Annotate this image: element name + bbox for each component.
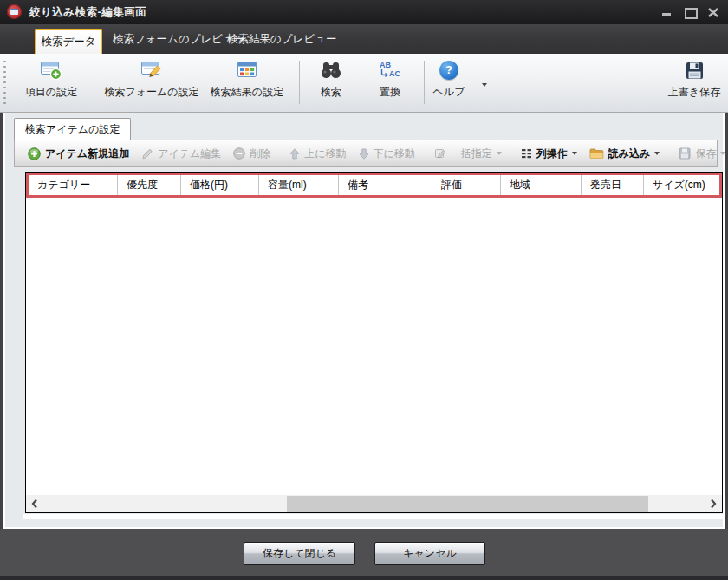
edit-item-button[interactable]: アイテム編集 — [135, 147, 227, 161]
columns-icon — [521, 148, 532, 159]
replace-icon-text-bottom: AC — [389, 70, 400, 78]
column-ops-label: 列操作 — [536, 147, 568, 161]
table-result-icon — [236, 57, 258, 83]
search-form-settings-label: 検索フォームの設定 — [104, 85, 198, 100]
pencil-icon — [141, 147, 153, 160]
table-add-icon — [40, 57, 62, 83]
remove-circle-icon — [233, 147, 245, 160]
move-up-button[interactable]: 上に移動 — [283, 147, 352, 161]
delete-item-label: 削除 — [250, 147, 270, 161]
tab-search-item-settings[interactable]: 検索アイテムの設定 — [14, 118, 131, 140]
arrow-up-icon — [289, 148, 300, 160]
chevron-down-icon — [497, 152, 502, 155]
app-window: 絞り込み検索-編集画面 検索データ 検索フォームのプレビュー 検索結果のプレビュ… — [0, 0, 728, 580]
app-icon — [7, 4, 22, 19]
batch-set-button[interactable]: 一括指定 — [428, 147, 508, 161]
drag-handle-icon — [3, 59, 7, 106]
main-tab-strip: 検索データ 検索フォームのプレビュー 検索結果のプレビュー — [0, 24, 728, 54]
move-up-label: 上に移動 — [304, 147, 346, 161]
load-label: 読み込み — [608, 147, 651, 161]
column-header[interactable]: サイズ(cm) — [644, 175, 719, 195]
horizontal-scrollbar[interactable] — [26, 495, 722, 512]
search-form-settings-button[interactable]: 検索フォームの設定 — [100, 57, 204, 108]
column-header[interactable]: 優先度 — [118, 175, 181, 195]
window-bottom-border — [0, 576, 728, 580]
delete-item-button[interactable]: 削除 — [227, 147, 276, 161]
item-settings-button[interactable]: 項目の設定 — [16, 57, 86, 108]
replace-arrow-icon — [380, 69, 389, 79]
scrollbar-thumb[interactable] — [287, 496, 648, 512]
add-circle-icon — [28, 147, 41, 160]
column-header[interactable]: 備考 — [339, 175, 432, 195]
save-icon — [685, 57, 705, 83]
edit-item-label: アイテム編集 — [158, 147, 221, 161]
tab-search-result-preview[interactable]: 検索結果のプレビュー — [227, 24, 336, 54]
table-edit-icon — [140, 57, 163, 83]
floppy-disabled-icon — [679, 147, 691, 160]
scroll-left-icon[interactable] — [30, 498, 39, 510]
ribbon-separator — [299, 61, 300, 104]
load-button[interactable]: 読み込み — [583, 147, 666, 161]
search-item-table: カテゴリー 優先度 価格(円) 容量(ml) 備考 評価 地域 発売日 サイズ(… — [25, 172, 723, 513]
column-header[interactable]: 地域 — [501, 175, 582, 195]
add-item-button[interactable]: アイテム新規追加 — [22, 147, 135, 161]
item-settings-label: 項目の設定 — [25, 85, 77, 100]
replace-button[interactable]: AB AC 置換 — [370, 57, 410, 108]
chevron-down-icon[interactable] — [572, 152, 577, 155]
search-label: 検索 — [321, 85, 341, 100]
tab-search-data[interactable]: 検索データ — [35, 29, 102, 54]
scroll-right-icon[interactable] — [709, 498, 718, 510]
ribbon-toolbar: 項目の設定 検索フォームの設定 — [0, 54, 728, 113]
move-down-label: 下に移動 — [374, 147, 415, 161]
folder-icon — [589, 147, 604, 160]
panel-bottom-strip — [23, 514, 725, 519]
column-header[interactable]: 評価 — [432, 175, 501, 195]
column-header[interactable]: 価格(円) — [181, 175, 259, 195]
replace-icon-text-top: AB — [380, 62, 400, 69]
minimize-icon[interactable] — [659, 4, 674, 20]
help-label: ヘルプ — [433, 85, 465, 100]
column-ops-button[interactable]: 列操作 — [515, 147, 583, 161]
maximize-icon[interactable] — [682, 4, 698, 20]
cancel-button[interactable]: キャンセル — [374, 542, 485, 565]
overwrite-save-label: 上書き保存 — [668, 85, 720, 100]
replace-label: 置換 — [380, 85, 400, 100]
column-header[interactable]: 発売日 — [582, 175, 644, 195]
item-toolbar: アイテム新規追加 アイテム編集 削除 上に移動 — [14, 140, 718, 167]
arrow-down-icon — [359, 148, 369, 160]
chevron-down-icon[interactable] — [482, 83, 487, 87]
binoculars-icon — [320, 57, 342, 83]
tab-search-form-preview[interactable]: 検索フォームのプレビュー — [113, 24, 244, 54]
replace-icon: AB AC — [380, 57, 400, 83]
overwrite-save-button[interactable]: 上書き保存 — [665, 57, 724, 108]
search-result-settings-button[interactable]: 検索結果の設定 — [204, 57, 290, 108]
chevron-down-icon — [720, 152, 725, 155]
add-item-label: アイテム新規追加 — [45, 147, 129, 161]
title-bar: 絞り込み検索-編集画面 — [0, 0, 728, 24]
column-header[interactable]: 容量(ml) — [259, 175, 339, 195]
chevron-down-icon[interactable] — [654, 152, 660, 155]
help-icon: ? — [439, 61, 458, 80]
search-button[interactable]: 検索 — [307, 57, 355, 108]
save-list-label: 保存 — [695, 147, 716, 161]
close-icon[interactable] — [705, 4, 721, 20]
content-panel: 検索アイテムの設定 アイテム新規追加 アイテム編集 — [3, 113, 725, 529]
column-header[interactable]: カテゴリー — [29, 175, 118, 195]
save-and-close-button[interactable]: 保存して閉じる — [244, 542, 355, 565]
table-header-row-highlighted: カテゴリー 優先度 価格(円) 容量(ml) 備考 評価 地域 発売日 サイズ(… — [26, 173, 722, 198]
window-title: 絞り込み検索-編集画面 — [29, 0, 146, 24]
help-button[interactable]: ? ヘルプ — [425, 57, 473, 108]
search-result-settings-label: 検索結果の設定 — [211, 85, 283, 100]
batch-pencil-icon — [434, 147, 446, 160]
footer-bar: 保存して閉じる キャンセル — [0, 529, 728, 577]
move-down-button[interactable]: 下に移動 — [353, 147, 421, 161]
batch-set-label: 一括指定 — [451, 147, 492, 161]
save-list-button[interactable]: 保存 — [673, 147, 728, 161]
